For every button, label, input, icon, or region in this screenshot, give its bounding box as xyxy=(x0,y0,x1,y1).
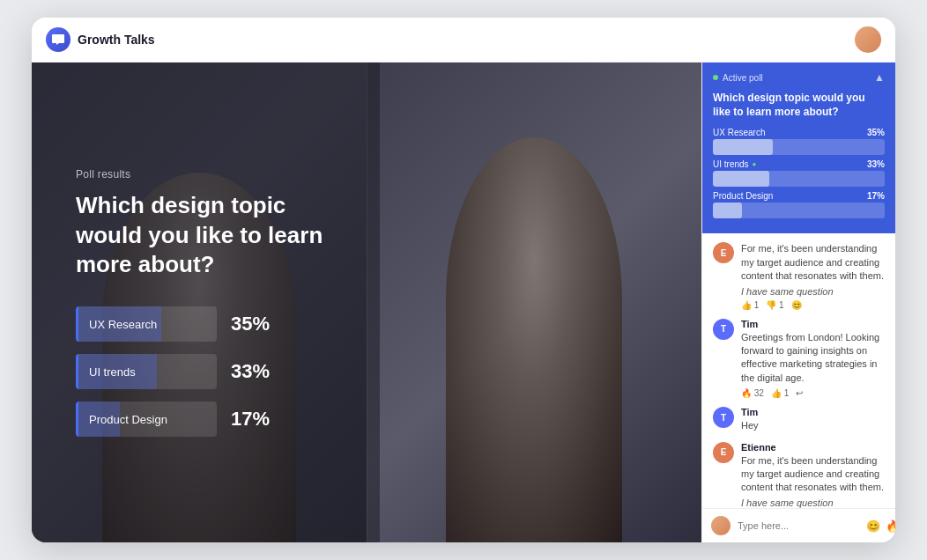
poll-overlay: Poll results Which design topic would yo… xyxy=(32,63,380,542)
poll-panel-question: Which design topic would you like to lea… xyxy=(713,91,885,119)
option-bar-product-design: Product Design xyxy=(76,402,217,437)
poll-collapse-button[interactable]: ▲ xyxy=(874,71,885,84)
option-label-product-design: Product Design xyxy=(78,402,217,437)
sidebar: Active poll ▲ Which design topic would y… xyxy=(701,63,895,542)
chat-same-q-1: I have same question xyxy=(741,286,885,297)
option-bar-ui-trends: UI trends xyxy=(76,354,217,389)
reaction-fire-tim[interactable]: 🔥 32 xyxy=(741,388,764,398)
poll-option-2: UI trends 33% xyxy=(76,354,345,389)
chat-body-etienne-1: For me, it's been understanding my targe… xyxy=(741,242,885,309)
option-label-ui-trends: UI trends xyxy=(78,354,217,389)
chat-message-tim-1: T Tim Greetings from London! Looking for… xyxy=(713,319,885,399)
app-logo-icon xyxy=(46,27,70,52)
option-bar-ux-research: UX Research xyxy=(76,306,217,342)
active-dot xyxy=(713,75,718,80)
chat-name-tim-1: Tim xyxy=(741,319,885,329)
reaction-thumbsdown-1[interactable]: 👎 1 xyxy=(766,300,783,310)
avatar-tim-1: T xyxy=(713,319,734,340)
sidebar-poll-fill-2 xyxy=(713,171,769,187)
sidebar-poll-bg-1 xyxy=(713,139,885,155)
option-pct-ux-research: 35% xyxy=(231,313,284,335)
sidebar-poll-bg-2 xyxy=(713,171,885,187)
user-avatar[interactable] xyxy=(855,26,881,53)
avatar-etienne-1: E xyxy=(713,242,734,263)
video-right xyxy=(367,63,701,542)
poll-panel: Active poll ▲ Which design topic would y… xyxy=(702,63,895,233)
chat-reactions-1: 👍 1 👎 1 😊 xyxy=(741,300,885,310)
sidebar-poll-pct-3: 17% xyxy=(867,191,885,201)
chat-message-etienne-2: E Etienne For me, it's been understandin… xyxy=(713,442,885,509)
chat-body-tim-2: Tim Hey xyxy=(741,407,759,432)
poll-question: Which design topic would you like to lea… xyxy=(76,191,345,280)
poll-label: Poll results xyxy=(76,168,345,181)
sidebar-poll-pct-1: 35% xyxy=(867,128,885,137)
chat-name-tim-2: Tim xyxy=(741,407,759,417)
chat-message-tim-2: T Tim Hey xyxy=(713,407,885,432)
reaction-smile-1[interactable]: 😊 xyxy=(791,300,802,310)
chat-input-icons: 😊 🔥 🔥 xyxy=(866,519,895,533)
option-pct-product-design: 17% xyxy=(231,408,284,431)
sidebar-poll-fill-1 xyxy=(713,139,773,155)
sidebar-poll-label-2: UI trends ● xyxy=(713,159,756,169)
active-poll-badge: Active poll xyxy=(713,73,763,83)
chat-text-etienne-1: For me, it's been understanding my targe… xyxy=(741,242,885,283)
active-poll-label: Active poll xyxy=(723,73,763,83)
video-area: Poll results Which design topic would yo… xyxy=(32,63,701,542)
poll-option-1: UX Research 35% xyxy=(76,306,345,342)
chat-body-tim-1: Tim Greetings from London! Looking forwa… xyxy=(741,319,885,399)
chat-message-etienne-1: E For me, it's been understanding my tar… xyxy=(713,242,885,309)
chat-body-etienne-2: Etienne For me, it's been understanding … xyxy=(741,442,885,509)
sidebar-poll-pct-2: 33% xyxy=(867,159,885,169)
emoji-icon[interactable]: 😊 xyxy=(866,519,880,533)
titlebar-left: Growth Talks xyxy=(46,27,155,52)
chat-text-tim-2: Hey xyxy=(741,419,759,432)
chat-name-etienne-2: Etienne xyxy=(741,442,885,453)
chat-same-q-2: I have same question xyxy=(741,497,885,508)
app-title: Growth Talks xyxy=(78,33,155,47)
option-pct-ui-trends: 33% xyxy=(231,360,284,383)
sidebar-poll-fill-3 xyxy=(713,203,742,218)
sidebar-poll-bar-3: Product Design 17% xyxy=(713,191,885,218)
sidebar-poll-bar-2: UI trends ● 33% xyxy=(713,159,885,187)
sidebar-poll-bg-3 xyxy=(713,203,885,218)
sidebar-poll-label-3: Product Design xyxy=(713,191,773,201)
person-right-silhouette xyxy=(446,137,622,542)
chat-user-avatar xyxy=(711,516,730,535)
reaction-thumbsup-tim[interactable]: 👍 1 xyxy=(771,388,789,398)
avatar-tim-2: T xyxy=(713,407,734,428)
fire-icon[interactable]: 🔥 xyxy=(886,519,895,533)
main-content: Poll results Which design topic would yo… xyxy=(32,63,895,542)
chat-area: E For me, it's been understanding my tar… xyxy=(702,233,895,508)
poll-options: UX Research 35% UI trends 33% xyxy=(76,306,345,437)
chat-text-tim-1: Greetings from London! Looking forward t… xyxy=(741,331,885,386)
reaction-thumbsup-1[interactable]: 👍 1 xyxy=(741,300,759,310)
poll-option-3: Product Design 17% xyxy=(76,402,345,437)
sidebar-poll-bar-1: UX Research 35% xyxy=(713,128,885,155)
chat-input[interactable] xyxy=(738,520,859,531)
reaction-reply-tim[interactable]: ↩ xyxy=(796,388,803,398)
chat-reactions-tim-1: 🔥 32 👍 1 ↩ xyxy=(741,388,885,398)
option-label-ux-research: UX Research xyxy=(78,306,217,342)
titlebar: Growth Talks xyxy=(32,18,895,63)
chat-input-area: 😊 🔥 🔥 xyxy=(702,508,895,542)
app-window: Growth Talks Poll results Which design t… xyxy=(32,18,895,542)
poll-panel-header: Active poll ▲ xyxy=(713,71,885,84)
chat-text-etienne-2: For me, it's been understanding my targe… xyxy=(741,454,885,495)
sidebar-poll-label-1: UX Research xyxy=(713,128,765,137)
avatar-etienne-2: E xyxy=(713,442,734,463)
